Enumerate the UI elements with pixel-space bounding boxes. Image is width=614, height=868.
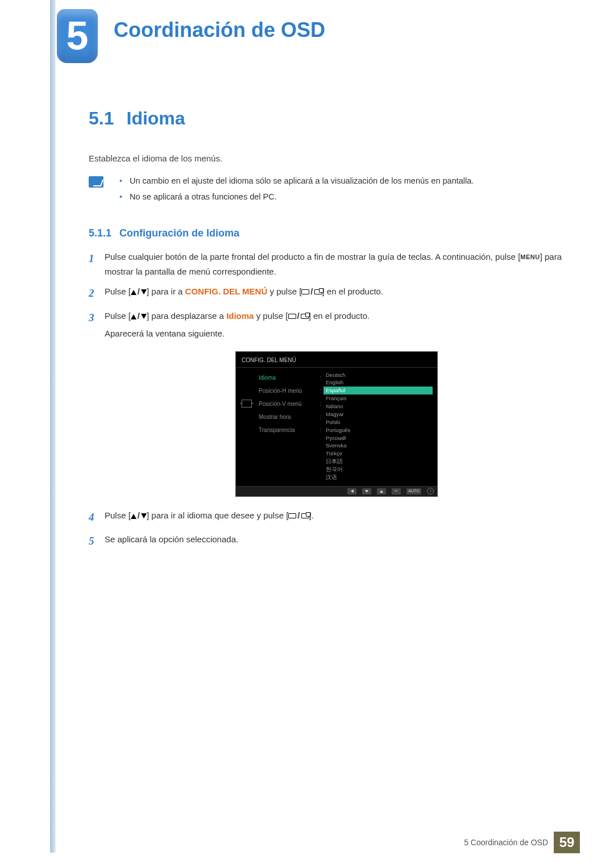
text: y pulse [ (267, 286, 301, 296)
osd-language-option: English (323, 379, 433, 387)
osd-language-option: Português (323, 426, 433, 434)
text: ] en el producto. (322, 286, 384, 296)
note-block: Un cambio en el ajuste del idioma sólo s… (89, 176, 569, 208)
osd-menu-list: Idioma:Posición-H menú:Posición-V menú:M… (253, 371, 321, 481)
step-number: 1 (89, 250, 105, 279)
osd-language-option: Deutsch (323, 371, 433, 379)
section: 5.1Idioma Establezca el idioma de los me… (89, 108, 569, 550)
osd-category-icon (240, 371, 253, 481)
slash: / (297, 311, 300, 321)
step-5: 5 Se aplicará la opción seleccionada. (89, 532, 569, 550)
highlight: Idioma (226, 311, 254, 321)
footer-text: 5 Coordinación de OSD (464, 838, 548, 847)
osd-language-option: Polski (323, 418, 433, 426)
triangle-down-icon (141, 314, 147, 319)
osd-power-button (427, 488, 434, 495)
slash: / (310, 286, 313, 296)
rect-enter-icon (301, 314, 309, 319)
text: y pulse [ (254, 311, 288, 321)
note-item: No se aplicará a otras funciones del PC. (119, 192, 474, 201)
osd-language-option: Italiano (323, 402, 433, 410)
section-title: 5.1Idioma (89, 108, 569, 129)
osd-language-option: Svenska (323, 442, 433, 450)
chapter-header: 5 Coordinación de OSD (57, 0, 569, 63)
text: ] para desplazarse a (147, 311, 226, 321)
step-number: 3 (89, 309, 105, 502)
step-number: 4 (89, 508, 105, 526)
osd-language-option: Español (323, 387, 433, 394)
text: Pulse cualquier botón de la parte fronta… (105, 252, 520, 261)
triangle-down-icon (141, 513, 147, 518)
osd-auto-button: AUTO (406, 488, 421, 495)
osd-button-bar: AUTO (236, 486, 437, 496)
osd-menu-item: Transparencia: (259, 423, 321, 437)
step-body: Pulse [/] para ir a CONFIG. DEL MENÚ y p… (105, 284, 569, 302)
slash: / (138, 286, 140, 296)
step-body: Pulse [/] para ir al idioma que desee y … (105, 508, 569, 526)
step-body: Pulse cualquier botón de la parte fronta… (105, 250, 569, 279)
subsection-name: Configuración de Idioma (119, 227, 239, 239)
left-accent-stripe (50, 0, 56, 853)
osd-language-option: Türkçe (323, 450, 433, 458)
rect-icon (301, 289, 309, 294)
triangle-up-icon (131, 514, 136, 519)
section-number: 5.1 (89, 108, 114, 128)
step-4: 4 Pulse [/] para ir al idioma que desee … (89, 508, 569, 526)
text: Pulse [ (105, 286, 131, 296)
text: Pulse [ (105, 311, 131, 321)
osd-language-option: Русский (323, 434, 433, 442)
osd-preview: CONFIG. DEL MENÚ Idioma:Posición-H menú:… (235, 351, 438, 497)
rect-icon (288, 513, 296, 518)
text: ] para ir a (147, 286, 185, 296)
chapter-number-badge: 5 (57, 9, 98, 63)
osd-language-option: 日本語 (323, 458, 433, 466)
osd-body: Idioma:Posición-H menú:Posición-V menú:M… (236, 368, 437, 486)
menu-key-label: MENU (520, 254, 540, 260)
highlight: CONFIG. DEL MENÚ (185, 286, 268, 296)
osd-language-option: Français (323, 394, 433, 402)
step-number: 5 (89, 532, 105, 550)
rect-enter-icon (314, 289, 322, 294)
text: Pulse [ (105, 510, 131, 520)
note-list: Un cambio en el ajuste del idioma sólo s… (119, 176, 474, 208)
subsection-title: 5.1.1Configuración de Idioma (89, 227, 569, 239)
osd-language-option: Magyar (323, 410, 433, 418)
section-intro: Establezca el idioma de los menús. (89, 152, 569, 165)
osd-language-option: 한국어 (323, 466, 433, 474)
triangle-up-icon (131, 314, 136, 319)
rect-icon (288, 314, 296, 319)
text: ] para ir al idioma que desee y pulse [ (147, 510, 288, 520)
osd-menu-item: Idioma: (259, 371, 321, 384)
subsection-number: 5.1.1 (89, 227, 111, 239)
osd-language-option: 汉语 (323, 474, 433, 481)
slash: / (297, 510, 300, 520)
osd-back-button (347, 488, 356, 495)
step-body: Se aplicará la opción seleccionada. (105, 532, 569, 550)
steps: 1 Pulse cualquier botón de la parte fron… (89, 250, 569, 550)
note-icon (89, 176, 103, 188)
section-name: Idioma (126, 108, 185, 128)
step-1: 1 Pulse cualquier botón de la parte fron… (89, 250, 569, 279)
page-content: 5 Coordinación de OSD 5.1Idioma Establez… (57, 0, 569, 556)
rect-enter-icon (301, 513, 309, 518)
osd-enter-button (392, 488, 401, 495)
page-footer: 5 Coordinación de OSD 59 (464, 832, 580, 853)
osd-menu-item: Mostrar hora: (259, 410, 321, 423)
text: Aparecerá la ventana siguiente. (105, 326, 569, 341)
step-number: 2 (89, 284, 105, 302)
text: ] en el producto. (309, 311, 370, 321)
triangle-up-icon (131, 290, 136, 295)
triangle-down-icon (141, 289, 147, 294)
step-body: Pulse [/] para desplazarse a Idioma y pu… (105, 309, 569, 502)
page-number: 59 (554, 832, 580, 853)
osd-up-button (377, 488, 386, 495)
slash: / (138, 311, 140, 321)
note-item: Un cambio en el ajuste del idioma sólo s… (119, 176, 474, 185)
osd-down-button (362, 488, 371, 495)
osd-language-list: DeutschEnglishEspañolFrançaisItalianoMag… (321, 371, 433, 481)
step-2: 2 Pulse [/] para ir a CONFIG. DEL MENÚ y… (89, 284, 569, 302)
step-3: 3 Pulse [/] para desplazarse a Idioma y … (89, 309, 569, 502)
osd-menu-item: Posición-V menú: (259, 397, 321, 410)
osd-menu-item: Posición-H menú: (259, 384, 321, 397)
chapter-title: Coordinación de OSD (114, 18, 325, 42)
